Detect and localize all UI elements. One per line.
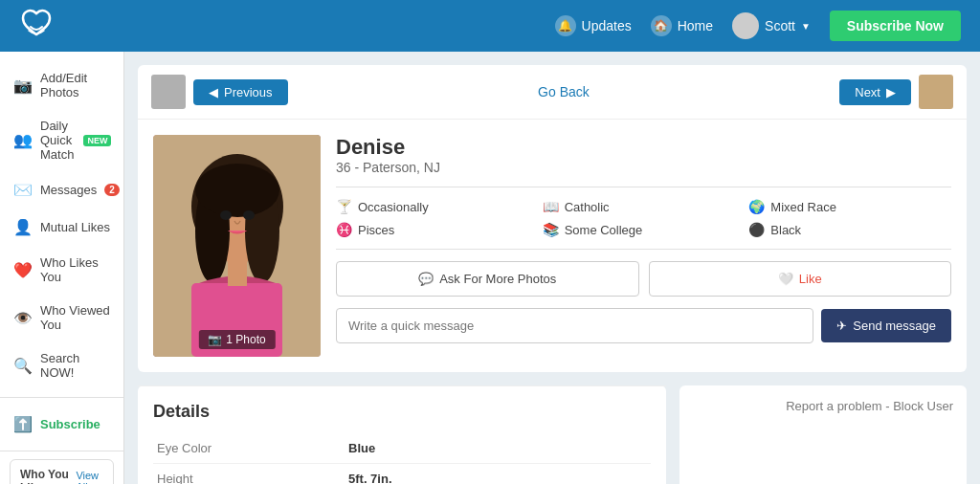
education-icon: 📚 [543, 222, 559, 237]
match-icon: 👥 [13, 131, 33, 149]
details-section: Details Eye Color Blue Height 5ft. 7in. [138, 385, 666, 484]
prev-thumb [151, 75, 186, 109]
previous-button[interactable]: ◀ Previous [193, 79, 288, 105]
profile-photo: 📷 1 Photo [153, 135, 321, 357]
quick-message-input[interactable] [336, 308, 813, 343]
trait-religion: 📖 Catholic [543, 199, 746, 214]
sidebar-item-who-viewed-you[interactable]: 👁️ Who Viewed You [0, 294, 123, 341]
traits-grid: 🍸 Occasionally 📖 Catholic 🌍 Mixed Race [336, 199, 951, 237]
sidebar-item-daily-quick-match[interactable]: 👥 Daily Quick Match NEW [0, 109, 123, 171]
updates-label: Updates [582, 18, 632, 33]
go-back-link[interactable]: Go Back [538, 84, 590, 99]
photo-column: 📷 1 Photo [153, 135, 321, 357]
who-you-like-box: Who You Like View All You haven't liked … [10, 459, 114, 484]
send-message-button[interactable]: ✈ Send message [821, 309, 951, 342]
svg-rect-9 [228, 259, 247, 286]
next-button[interactable]: Next ▶ [839, 79, 911, 105]
sidebar-label-add-photos: Add/Edit Photos [40, 71, 110, 99]
globe-icon: 🌍 [748, 199, 765, 214]
sidebar-item-add-edit-photos[interactable]: 📷 Add/Edit Photos [0, 61, 123, 109]
home-label: Home [678, 18, 713, 33]
trait-drinking-value: Occasionally [358, 200, 429, 214]
sidebar-label-search: Search NOW! [40, 351, 110, 380]
profile-nav: ◀ Previous Go Back Next ▶ [138, 65, 967, 120]
main-content: ◀ Previous Go Back Next ▶ [124, 52, 980, 484]
logo [19, 6, 54, 47]
details-table: Eye Color Blue Height 5ft. 7in. Body Typ… [153, 433, 651, 484]
like-button[interactable]: 🤍 Like [649, 261, 952, 297]
info-column: Denise 36 - Paterson, NJ 🍸 Occasionally … [336, 135, 951, 357]
prev-wrap: ◀ Previous [151, 75, 288, 109]
svg-point-6 [220, 210, 232, 220]
home-icon: 🏠 [651, 15, 672, 36]
subscribe-icon: ⬆️ [13, 415, 33, 433]
trait-zodiac-value: Pisces [358, 223, 394, 237]
sidebar-item-mutual-likes[interactable]: 👤 Mutual Likes [0, 209, 123, 246]
next-thumb [919, 75, 953, 109]
header: 🔔 Updates 🏠 Home Scott ▼ Subscribe Now [0, 0, 980, 52]
chevron-left-icon: ◀ [209, 85, 218, 99]
details-title: Details [153, 402, 651, 422]
heart-outline-icon: 🤍 [778, 272, 793, 286]
svg-point-5 [195, 164, 279, 217]
send-icon: ✈ [836, 319, 847, 333]
trait-drinking: 🍸 Occasionally [336, 199, 539, 214]
sidebar-item-subscribe[interactable]: ⬆️ Subscribe [0, 406, 123, 443]
details-card: Details Eye Color Blue Height 5ft. 7in. [138, 385, 666, 484]
main-layout: 📷 Add/Edit Photos 👥 Daily Quick Match NE… [0, 52, 980, 484]
chevron-right-icon: ▶ [886, 85, 896, 99]
message-row: ✈ Send message [336, 308, 951, 343]
drink-icon: 🍸 [336, 199, 352, 214]
trait-ethnicity-value: Mixed Race [770, 200, 836, 214]
profile-name: Denise [336, 135, 951, 160]
report-block-link[interactable]: Report a problem - Block User [786, 399, 953, 413]
pisces-icon: ♓ [336, 222, 352, 237]
trait-hair-value: Black [770, 223, 801, 237]
sidebar-label-mutual-likes: Mutual Likes [40, 220, 110, 234]
updates-nav[interactable]: 🔔 Updates [555, 15, 632, 36]
profile-age-location: 36 - Paterson, NJ [336, 160, 951, 175]
messages-icon: ✉️ [13, 181, 33, 199]
subscribe-now-button[interactable]: Subscribe Now [830, 11, 961, 41]
sidebar-label-messages: Messages [40, 183, 97, 197]
chat-icon: 💬 [418, 272, 434, 286]
next-wrap: Next ▶ [839, 75, 953, 109]
logo-icon [19, 6, 54, 47]
sidebar-item-who-likes-you[interactable]: ❤️ Who Likes You [0, 246, 123, 294]
new-badge: NEW [83, 135, 111, 146]
search-icon: 🔍 [13, 357, 33, 375]
sidebar-item-messages[interactable]: ✉️ Messages 2 [0, 171, 123, 209]
header-nav: 🔔 Updates 🏠 Home Scott ▼ Subscribe Now [555, 11, 961, 41]
trait-ethnicity: 🌍 Mixed Race [748, 199, 951, 214]
view-all-link[interactable]: View All [76, 470, 103, 484]
bell-icon: 🔔 [555, 15, 576, 36]
messages-badge: 2 [104, 184, 120, 196]
sidebar-label-daily-match: Daily Quick Match [40, 119, 74, 162]
heart-icon: ❤️ [13, 261, 33, 279]
hair-icon: ⚫ [748, 222, 765, 237]
who-you-like-title: Who You Like [20, 468, 76, 484]
trait-education: 📚 Some College [543, 222, 746, 237]
detail-label-eye: Eye Color [153, 433, 345, 464]
who-you-like-header: Who You Like View All [11, 460, 113, 484]
detail-label-height: Height [153, 464, 345, 485]
sidebar-item-search-now[interactable]: 🔍 Search NOW! [0, 341, 123, 389]
trait-zodiac: ♓ Pisces [336, 222, 539, 237]
user-menu[interactable]: Scott ▼ [732, 12, 811, 39]
svg-point-7 [243, 210, 255, 220]
sidebar-label-who-likes: Who Likes You [40, 255, 110, 284]
ask-photos-button[interactable]: 💬 Ask For More Photos [336, 261, 639, 297]
profile-divider-1 [336, 187, 951, 187]
sidebar: 📷 Add/Edit Photos 👥 Daily Quick Match NE… [0, 52, 124, 484]
profile-body: 📷 1 Photo Denise 36 - Paterson, NJ 🍸 [138, 120, 967, 372]
detail-value-height: 5ft. 7in. [345, 464, 651, 485]
book-icon: 📖 [543, 199, 559, 214]
home-nav[interactable]: 🏠 Home [651, 15, 713, 36]
trait-hair: ⚫ Black [748, 222, 951, 237]
eye-icon: 👁️ [13, 309, 33, 327]
sidebar-divider [0, 397, 123, 398]
detail-value-eye: Blue [345, 433, 651, 464]
profile-divider-2 [336, 249, 951, 250]
chevron-down-icon: ▼ [801, 21, 811, 32]
trait-religion-value: Catholic [565, 200, 610, 214]
